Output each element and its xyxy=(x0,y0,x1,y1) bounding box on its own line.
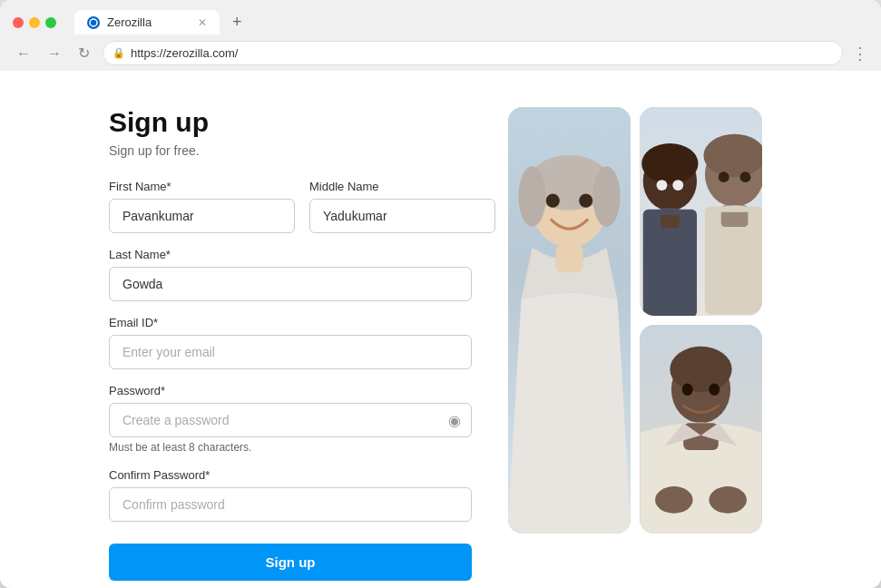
traffic-light-red[interactable] xyxy=(13,17,24,28)
traffic-light-yellow[interactable] xyxy=(29,17,40,28)
reload-button[interactable]: ↻ xyxy=(74,43,93,64)
svg-point-4 xyxy=(518,166,545,227)
first-name-group: First Name* xyxy=(109,180,295,233)
confirm-password-group: Confirm Password* xyxy=(109,468,472,522)
signup-button[interactable]: Sign up xyxy=(109,544,472,581)
signup-form: Sign up Sign up for free. First Name* Mi… xyxy=(109,98,472,561)
svg-point-14 xyxy=(657,180,668,191)
svg-point-29 xyxy=(709,384,719,396)
last-name-input[interactable] xyxy=(109,267,472,301)
svg-rect-6 xyxy=(555,245,582,272)
password-input[interactable] xyxy=(109,403,472,437)
tab-title: Zerozilla xyxy=(107,15,152,29)
image-collage xyxy=(508,98,762,534)
first-name-input[interactable] xyxy=(109,199,295,233)
browser-menu-button[interactable]: ⋮ xyxy=(852,44,868,64)
email-group: Email ID* xyxy=(109,316,472,369)
collage-image-woman xyxy=(508,107,631,534)
forward-button[interactable]: → xyxy=(44,44,65,64)
confirm-password-input[interactable] xyxy=(109,487,472,522)
middle-name-input[interactable] xyxy=(309,199,495,233)
svg-point-20 xyxy=(719,172,729,182)
svg-point-28 xyxy=(682,384,693,396)
back-button[interactable]: ← xyxy=(13,44,34,64)
svg-point-26 xyxy=(655,486,693,514)
tab-close-button[interactable]: ✕ xyxy=(198,16,207,29)
svg-point-27 xyxy=(709,486,747,514)
password-hint: Must be at least 8 characters. xyxy=(109,441,472,454)
svg-point-7 xyxy=(546,194,560,208)
page-subtitle: Sign up for free. xyxy=(109,143,472,158)
svg-point-21 xyxy=(740,172,751,182)
traffic-light-green[interactable] xyxy=(45,17,56,28)
password-group: Password* ◉ Must be at least 8 character… xyxy=(109,384,472,454)
email-input[interactable] xyxy=(109,335,472,369)
svg-point-8 xyxy=(579,194,592,208)
lock-icon: 🔒 xyxy=(113,47,125,59)
password-label: Password* xyxy=(109,384,472,397)
page-title: Sign up xyxy=(109,107,472,138)
collage-image-men xyxy=(640,107,762,316)
new-tab-button[interactable]: + xyxy=(225,9,250,35)
svg-point-24 xyxy=(670,347,731,392)
middle-name-group: Middle Name xyxy=(309,180,495,233)
first-name-label: First Name* xyxy=(109,180,295,193)
browser-tab[interactable]: Zerozilla ✕ xyxy=(74,10,220,34)
last-name-label: Last Name* xyxy=(109,248,472,261)
collage-image-man-suit xyxy=(640,325,762,534)
password-wrapper: ◉ xyxy=(109,403,472,437)
confirm-password-label: Confirm Password* xyxy=(109,468,472,482)
middle-name-label: Middle Name xyxy=(309,180,495,193)
address-bar[interactable]: 🔒 https://zerozilla.com/ xyxy=(103,41,843,65)
last-name-group: Last Name* xyxy=(109,248,472,301)
svg-point-11 xyxy=(641,143,698,184)
email-label: Email ID* xyxy=(109,316,472,329)
svg-point-5 xyxy=(592,166,620,227)
svg-point-0 xyxy=(90,19,97,26)
svg-point-15 xyxy=(672,180,683,191)
tab-favicon xyxy=(87,16,100,29)
password-visibility-toggle[interactable]: ◉ xyxy=(448,412,461,429)
name-row: First Name* Middle Name xyxy=(109,180,472,233)
url-text: https://zerozilla.com/ xyxy=(131,46,239,60)
